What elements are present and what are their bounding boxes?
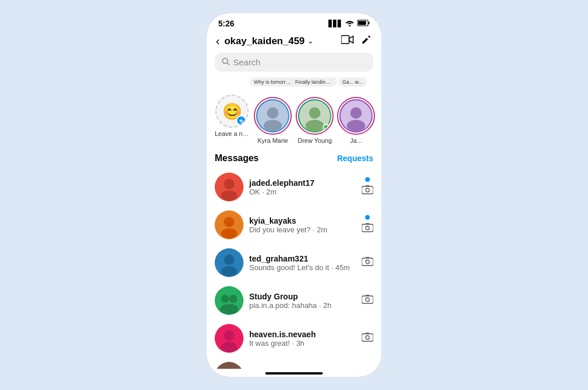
- msg-name-5: heaven.is.nevaeh: [249, 330, 356, 339]
- drew-avatar: [298, 99, 331, 132]
- story-kyra[interactable]: Why is tomorrow Monday!? 🧡 Kyra Marie: [255, 77, 291, 144]
- svg-point-27: [221, 266, 237, 276]
- kyra-ring: [254, 97, 292, 135]
- svg-point-41: [215, 362, 243, 369]
- unread-dot-1: [365, 177, 370, 182]
- msg-name-1: jaded.elephant17: [249, 178, 356, 188]
- msg-info-jaded: jaded.elephant17 OK · 2m: [249, 178, 356, 196]
- message-item-1[interactable]: jaded.elephant17 OK · 2m: [207, 168, 381, 206]
- msg-name-2: kyia_kayaks: [249, 216, 356, 225]
- avatar-jaded: [215, 173, 243, 201]
- camera-icon-5[interactable]: [362, 333, 373, 345]
- requests-link[interactable]: Requests: [337, 154, 373, 163]
- message-item-4[interactable]: Study Group pia.in.a.pod: hahaha · 2h: [207, 282, 381, 319]
- video-icon[interactable]: [341, 34, 354, 48]
- svg-rect-39: [362, 334, 373, 341]
- home-indicator: [265, 372, 323, 375]
- drew-note-bubble: Finally landing in NYC! 💚: [291, 77, 337, 87]
- msg-name-6: lil_wyatt838: [249, 368, 356, 369]
- svg-point-40: [366, 336, 369, 339]
- svg-point-16: [224, 179, 234, 189]
- messages-title: Messages: [215, 153, 259, 163]
- message-item-3[interactable]: ted_graham321 Sounds good! Let's do it ·…: [207, 244, 381, 282]
- camera-icon-3[interactable]: [362, 257, 373, 269]
- avatar-wyatt: [215, 362, 243, 369]
- svg-point-10: [309, 107, 320, 119]
- svg-point-8: [264, 120, 282, 131]
- msg-right-2: [362, 215, 373, 235]
- header-actions: [341, 34, 372, 48]
- svg-point-35: [366, 298, 369, 301]
- message-item-6[interactable]: lil_wyatt838 that's awesome! · 3d: [207, 357, 381, 369]
- svg-point-29: [366, 260, 369, 263]
- msg-right-5: [362, 333, 373, 345]
- stories-row: 😊 + Leave a note Why is tomorrow Monday!…: [207, 77, 381, 151]
- ja-label: Ja...: [350, 137, 362, 144]
- msg-info-kyia: kyia_kayaks Did you leave yet? · 2m: [249, 216, 356, 234]
- camera-icon-1[interactable]: [362, 185, 373, 197]
- status-bar: 5:26 ▋▋▋: [207, 13, 381, 30]
- svg-point-19: [366, 188, 369, 192]
- camera-icon-2[interactable]: [362, 223, 373, 235]
- messages-section-header: Messages Requests: [207, 151, 381, 168]
- story-ja[interactable]: Ga... w... Ja...: [339, 77, 373, 144]
- svg-point-7: [267, 107, 278, 119]
- status-icons: ▋▋▋: [328, 20, 370, 28]
- svg-point-22: [221, 228, 237, 239]
- msg-right-4: [362, 295, 373, 307]
- messages-list: jaded.elephant17 OK · 2m kyia_kayaks Did…: [207, 168, 381, 369]
- svg-point-24: [366, 226, 369, 229]
- svg-rect-18: [362, 186, 373, 194]
- drew-ring: [296, 97, 334, 135]
- svg-point-17: [221, 190, 237, 201]
- message-item-2[interactable]: kyia_kayaks Did you leave yet? · 2m: [207, 206, 381, 244]
- add-note-label: Leave a note: [215, 130, 249, 137]
- message-item-5[interactable]: heaven.is.nevaeh It was great! · 3h: [207, 319, 381, 357]
- svg-point-14: [347, 120, 365, 131]
- msg-name-3: ted_graham321: [249, 254, 356, 263]
- svg-rect-1: [369, 22, 370, 24]
- username-title[interactable]: okay_kaiden_459 ⌄: [225, 36, 336, 47]
- kyra-note-bubble: Why is tomorrow Monday!? 🧡: [250, 77, 296, 87]
- battery-icon: [357, 20, 370, 28]
- add-icon: +: [236, 115, 246, 126]
- msg-info-wyatt: lil_wyatt838 that's awesome! · 3d: [249, 368, 356, 369]
- avatar-ted: [215, 248, 243, 277]
- msg-right-3: [362, 257, 373, 269]
- svg-point-31: [221, 295, 229, 303]
- avatar-kyia: [215, 210, 243, 239]
- ja-note-bubble: Ga... w...: [338, 77, 367, 87]
- phone-frame: 5:26 ▋▋▋ ‹ okay_kaiden_459 ⌄: [205, 11, 383, 379]
- ja-ring: [337, 97, 375, 135]
- msg-preview-1: OK · 2m: [249, 188, 356, 196]
- app-header: ‹ okay_kaiden_459 ⌄: [207, 30, 381, 53]
- chevron-down-icon: ⌄: [307, 37, 314, 45]
- story-add-note[interactable]: 😊 + Leave a note: [215, 77, 249, 144]
- unread-dot-2: [365, 215, 370, 220]
- search-input[interactable]: Search: [233, 57, 261, 67]
- online-indicator: [323, 124, 330, 131]
- svg-point-38: [221, 342, 237, 352]
- kyra-avatar: [256, 99, 289, 132]
- svg-point-33: [220, 304, 238, 314]
- camera-icon-4[interactable]: [362, 295, 373, 307]
- svg-rect-34: [362, 296, 373, 303]
- msg-preview-3: Sounds good! Let's do it · 45m: [249, 263, 356, 272]
- svg-point-13: [350, 107, 362, 119]
- search-icon: [222, 57, 230, 67]
- msg-right-1: [362, 177, 373, 197]
- svg-point-37: [224, 330, 234, 341]
- search-bar[interactable]: Search: [215, 53, 373, 72]
- msg-info-heaven: heaven.is.nevaeh It was great! · 3h: [249, 330, 356, 348]
- compose-icon[interactable]: [361, 34, 372, 48]
- msg-preview-2: Did you leave yet? · 2m: [249, 225, 356, 234]
- svg-line-5: [227, 63, 230, 65]
- story-drew[interactable]: Finally landing in NYC! 💚 Drew Young: [296, 77, 333, 144]
- svg-rect-3: [341, 36, 349, 44]
- back-button[interactable]: ‹: [216, 34, 220, 48]
- drew-label: Drew Young: [297, 137, 331, 144]
- svg-rect-28: [362, 258, 373, 266]
- svg-point-32: [229, 295, 237, 303]
- avatar-studygroup: [215, 286, 243, 315]
- msg-name-4: Study Group: [249, 292, 356, 301]
